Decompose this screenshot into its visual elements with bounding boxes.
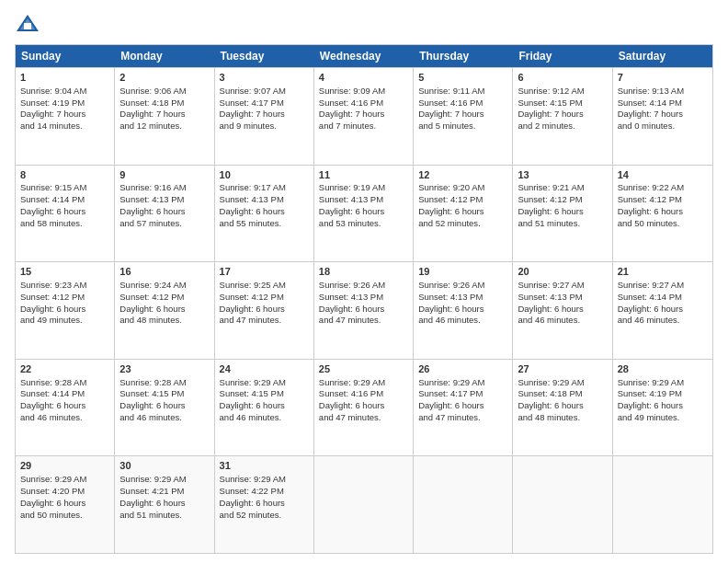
day-info: Sunset: 4:14 PM (618, 292, 682, 302)
calendar-week-3: 15Sunrise: 9:23 AMSunset: 4:12 PMDayligh… (16, 261, 712, 359)
day-cell-6: 6Sunrise: 9:12 AMSunset: 4:15 PMDaylight… (513, 68, 612, 165)
day-cell-19: 19Sunrise: 9:26 AMSunset: 4:13 PMDayligh… (414, 262, 513, 359)
day-cell-20: 20Sunrise: 9:27 AMSunset: 4:13 PMDayligh… (513, 262, 612, 359)
day-info: Daylight: 6 hours (618, 206, 683, 216)
day-info: and 57 minutes. (119, 218, 182, 228)
day-info: Sunrise: 9:04 AM (20, 86, 86, 96)
day-info: Sunset: 4:21 PM (119, 486, 184, 496)
day-info: Daylight: 6 hours (319, 304, 384, 314)
day-number: 29 (20, 459, 109, 473)
calendar: SundayMondayTuesdayWednesdayThursdayFrid… (15, 44, 713, 554)
day-info: Daylight: 7 hours (618, 109, 683, 119)
day-cell-1: 1Sunrise: 9:04 AMSunset: 4:19 PMDaylight… (16, 68, 115, 165)
day-number: 25 (319, 362, 408, 376)
day-info: Sunset: 4:12 PM (119, 292, 184, 302)
day-info: Sunset: 4:16 PM (319, 98, 383, 108)
day-info: Daylight: 6 hours (119, 498, 185, 508)
calendar-body: 1Sunrise: 9:04 AMSunset: 4:19 PMDaylight… (16, 67, 712, 553)
day-info: Daylight: 6 hours (20, 400, 85, 410)
day-info: Daylight: 6 hours (418, 206, 483, 216)
day-number: 1 (20, 71, 109, 85)
day-info: and 50 minutes. (618, 218, 680, 228)
day-number: 20 (518, 265, 607, 279)
day-info: Daylight: 6 hours (220, 400, 285, 410)
day-info: Sunset: 4:16 PM (418, 98, 483, 108)
header-day-sunday: Sunday (16, 45, 115, 67)
day-info: and 49 minutes. (618, 412, 680, 422)
calendar-week-4: 22Sunrise: 9:28 AMSunset: 4:14 PMDayligh… (16, 359, 712, 456)
day-info: and 0 minutes. (618, 121, 675, 131)
day-info: Sunrise: 9:29 AM (518, 377, 584, 387)
day-info: and 9 minutes. (220, 121, 277, 131)
day-info: and 46 minutes. (518, 315, 580, 325)
day-info: and 58 minutes. (20, 218, 83, 228)
day-cell-13: 13Sunrise: 9:21 AMSunset: 4:12 PMDayligh… (513, 166, 612, 262)
day-info: Sunset: 4:13 PM (418, 292, 483, 302)
day-info: Sunrise: 9:28 AM (20, 377, 86, 387)
empty-cell (314, 456, 414, 553)
day-info: and 51 minutes. (119, 510, 182, 520)
day-info: and 48 minutes. (119, 315, 182, 325)
day-number: 14 (618, 168, 708, 182)
day-number: 3 (220, 71, 309, 85)
day-info: and 52 minutes. (220, 510, 282, 520)
day-info: and 47 minutes. (220, 315, 282, 325)
day-number: 21 (618, 265, 708, 279)
day-info: Sunset: 4:17 PM (220, 98, 284, 108)
day-number: 27 (518, 362, 607, 376)
day-info: Sunrise: 9:29 AM (119, 474, 186, 484)
day-number: 17 (220, 265, 309, 279)
day-info: Daylight: 6 hours (119, 400, 185, 410)
day-info: Daylight: 6 hours (220, 206, 285, 216)
day-info: Sunrise: 9:19 AM (319, 182, 385, 192)
day-info: and 55 minutes. (220, 218, 282, 228)
day-info: Sunset: 4:22 PM (220, 486, 284, 496)
day-info: Sunrise: 9:15 AM (20, 182, 86, 192)
day-info: Sunset: 4:12 PM (518, 194, 582, 204)
day-info: Sunrise: 9:24 AM (119, 280, 186, 290)
day-info: Sunset: 4:15 PM (119, 388, 184, 398)
day-info: Daylight: 6 hours (618, 304, 683, 314)
day-info: Sunset: 4:12 PM (20, 292, 85, 302)
day-cell-17: 17Sunrise: 9:25 AMSunset: 4:12 PMDayligh… (215, 262, 314, 359)
calendar-page: SundayMondayTuesdayWednesdayThursdayFrid… (0, 0, 728, 563)
day-info: Sunset: 4:19 PM (618, 388, 682, 398)
day-info: Sunset: 4:13 PM (518, 292, 582, 302)
day-cell-31: 31Sunrise: 9:29 AMSunset: 4:22 PMDayligh… (215, 456, 314, 553)
header-day-monday: Monday (115, 45, 214, 67)
day-info: and 46 minutes. (20, 412, 83, 422)
day-info: Daylight: 6 hours (319, 206, 384, 216)
header (15, 11, 713, 37)
day-cell-7: 7Sunrise: 9:13 AMSunset: 4:14 PMDaylight… (613, 68, 712, 165)
day-info: and 46 minutes. (418, 315, 481, 325)
day-info: Sunset: 4:14 PM (20, 194, 85, 204)
svg-rect-2 (24, 23, 31, 29)
day-info: Sunset: 4:13 PM (119, 194, 184, 204)
day-cell-16: 16Sunrise: 9:24 AMSunset: 4:12 PMDayligh… (115, 262, 214, 359)
day-info: and 47 minutes. (319, 315, 381, 325)
day-number: 19 (418, 265, 507, 279)
day-info: Sunrise: 9:29 AM (319, 377, 385, 387)
day-info: Sunset: 4:18 PM (518, 388, 582, 398)
day-number: 16 (119, 265, 209, 279)
day-info: Daylight: 6 hours (518, 400, 583, 410)
day-info: Sunrise: 9:09 AM (319, 86, 385, 96)
day-info: Sunrise: 9:29 AM (418, 377, 484, 387)
day-number: 13 (518, 168, 607, 182)
day-info: Sunset: 4:12 PM (220, 292, 284, 302)
day-info: Sunrise: 9:27 AM (518, 280, 584, 290)
day-info: Daylight: 6 hours (220, 304, 285, 314)
header-day-thursday: Thursday (414, 45, 513, 67)
calendar-week-1: 1Sunrise: 9:04 AMSunset: 4:19 PMDaylight… (16, 67, 712, 165)
day-info: Daylight: 6 hours (119, 206, 185, 216)
day-info: Sunrise: 9:07 AM (220, 86, 286, 96)
day-info: Sunrise: 9:22 AM (618, 182, 684, 192)
day-cell-29: 29Sunrise: 9:29 AMSunset: 4:20 PMDayligh… (16, 456, 115, 553)
day-number: 22 (20, 362, 109, 376)
day-info: Sunrise: 9:23 AM (20, 280, 86, 290)
empty-cell (613, 456, 712, 553)
day-number: 30 (119, 459, 209, 473)
day-info: Sunrise: 9:29 AM (618, 377, 684, 387)
day-number: 2 (119, 71, 209, 85)
day-info: Sunrise: 9:13 AM (618, 86, 684, 96)
